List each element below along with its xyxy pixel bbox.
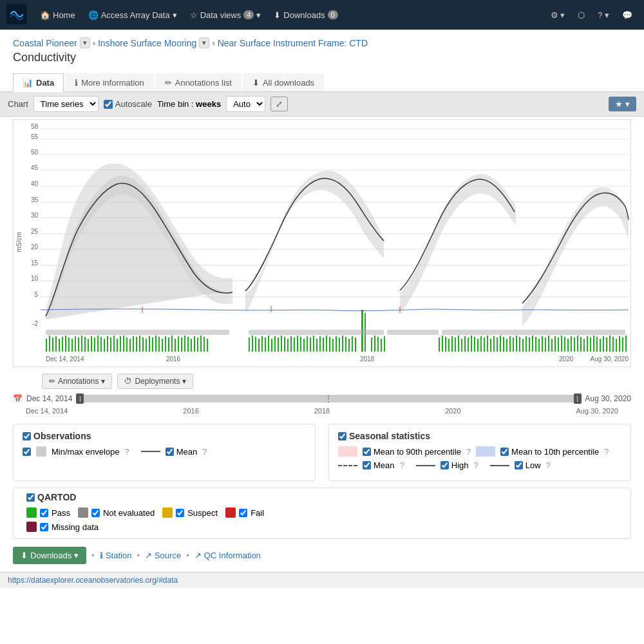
settings-nav[interactable]: ⚙ ▾: [545, 6, 571, 24]
svg-rect-60: [142, 337, 144, 352]
mean10-checkbox[interactable]: [500, 448, 509, 456]
question-icon-high[interactable]: ?: [474, 460, 478, 470]
slider-right-handle[interactable]: |: [574, 393, 582, 404]
low-checkbox-label: Low: [515, 460, 541, 470]
chart-toolbar: Chart Time series Autoscale Time bin : w…: [0, 92, 644, 117]
svg-rect-77: [197, 337, 198, 352]
date-slider-track[interactable]: | | ⋮: [76, 395, 581, 402]
mean90-checkbox[interactable]: [363, 448, 371, 456]
svg-rect-163: [571, 336, 572, 352]
question-icon-mean[interactable]: ?: [202, 447, 207, 457]
logo[interactable]: [6, 4, 27, 26]
qartod-not-eval: Not evaluated: [78, 507, 155, 518]
link-icon-qc: ↗: [194, 551, 202, 560]
expand-button[interactable]: ⤢: [270, 97, 288, 111]
not-eval-label: Not evaluated: [103, 508, 155, 518]
clock-icon: ⏱: [124, 377, 132, 386]
tab-more-info[interactable]: ℹ More information: [65, 73, 154, 91]
question-icon-low[interactable]: ?: [546, 460, 551, 470]
svg-rect-83: [255, 337, 256, 352]
svg-rect-93: [287, 339, 289, 352]
downloads-nav[interactable]: ⬇ Downloads 0: [269, 6, 343, 24]
deployments-button[interactable]: ⏱ Deployments ▾: [117, 374, 193, 389]
seasonal-checkbox[interactable]: [338, 432, 346, 440]
high-checkbox-label: High: [440, 460, 469, 470]
smean-checkbox[interactable]: [363, 461, 371, 469]
fail-checkbox[interactable]: [239, 509, 247, 517]
svg-rect-128: [458, 336, 459, 352]
star-button[interactable]: ★ ▾: [609, 97, 636, 111]
question-icon-90[interactable]: ?: [466, 447, 471, 457]
breadcrumb-part1[interactable]: Coastal Pioneer: [13, 38, 77, 48]
qartod-checkbox[interactable]: [26, 493, 35, 502]
minmax-checkbox[interactable]: [23, 448, 31, 456]
svg-rect-171: [596, 337, 598, 352]
svg-rect-175: [609, 336, 611, 352]
mean-checkbox[interactable]: [166, 448, 174, 456]
chart-type-select[interactable]: Time series: [33, 96, 99, 112]
svg-rect-81: [249, 337, 250, 352]
qc-link[interactable]: ↗ QC Information: [194, 551, 261, 560]
tab-data[interactable]: 📊 Data: [13, 73, 64, 92]
qartod-row1: Pass Not evaluated Suspect Fail: [26, 507, 618, 518]
autoscale-checkbox[interactable]: [104, 100, 113, 109]
label-mid1: 2016: [183, 407, 198, 415]
mean-checkbox-label: Mean: [166, 447, 198, 457]
feedback-nav[interactable]: 💬: [617, 6, 638, 24]
breadcrumb-part4: Conductivity: [13, 51, 76, 64]
source-link[interactable]: ↗ Source: [145, 551, 181, 560]
dl-icon: ⬇: [21, 551, 28, 560]
main-chart: 58 55 50 45 40 35 30 25 20 15 10 5 -2 mS…: [14, 120, 632, 365]
slider-middle-handle[interactable]: ⋮: [323, 393, 334, 404]
station-link[interactable]: ℹ Station: [100, 551, 131, 560]
breadcrumb-part1-dropdown[interactable]: ▾: [80, 37, 90, 48]
suspect-checkbox[interactable]: [176, 509, 184, 517]
svg-rect-113: [352, 336, 353, 352]
data-views-nav[interactable]: ☆ Data views 4 ▾: [185, 6, 267, 24]
pass-checkbox[interactable]: [40, 509, 48, 517]
help-nav[interactable]: ? ▾: [592, 6, 614, 24]
svg-rect-104: [323, 337, 324, 352]
high-checkbox[interactable]: [440, 461, 449, 469]
question-icon-minmax[interactable]: ?: [125, 447, 129, 457]
svg-rect-30: [46, 339, 47, 352]
svg-rect-95: [294, 337, 295, 352]
svg-rect-78: [200, 336, 202, 352]
tab-all-downloads[interactable]: ⬇ All downloads: [243, 73, 324, 91]
qartod-title: QARTOD: [26, 492, 618, 502]
downloads-footer-button[interactable]: ⬇ Downloads ▾: [13, 547, 86, 564]
svg-rect-66: [162, 339, 163, 352]
breadcrumb-part2-dropdown[interactable]: ▾: [199, 37, 209, 48]
question-icon-10[interactable]: ?: [604, 447, 609, 457]
svg-rect-58: [136, 337, 137, 352]
breadcrumb-part3[interactable]: Near Surface Instrument Frame: CTD: [218, 38, 368, 48]
svg-rect-133: [474, 337, 475, 352]
label-mid2: 2018: [314, 407, 330, 415]
share-nav[interactable]: ⬡: [573, 6, 590, 24]
svg-rect-92: [284, 337, 285, 352]
mean-line2: [245, 178, 384, 291]
low-checkbox[interactable]: [515, 461, 523, 469]
svg-rect-72: [181, 337, 182, 352]
question-icon-smean[interactable]: ?: [400, 460, 404, 470]
downloads-badge: 0: [328, 10, 338, 19]
annotations-button[interactable]: ✏ Annotations ▾: [42, 374, 112, 389]
timebin-select[interactable]: Auto 1 2 4: [226, 96, 265, 112]
svg-rect-152: [535, 337, 536, 352]
svg-rect-169: [590, 337, 591, 352]
observations-checkbox[interactable]: [23, 432, 31, 440]
seasonal-checkbox-label: Seasonal statistics: [338, 431, 430, 441]
svg-rect-123: [442, 336, 443, 352]
svg-rect-132: [471, 336, 472, 352]
access-array-nav[interactable]: 🌐 Access Array Data ▾: [83, 6, 182, 24]
missing-checkbox[interactable]: [40, 523, 48, 531]
tab-annotations[interactable]: ✏ Annotations list: [155, 73, 242, 91]
suspect-color: [162, 507, 173, 518]
low-label: Low: [526, 460, 541, 470]
slider-left-handle[interactable]: |: [76, 393, 84, 404]
svg-rect-103: [319, 336, 321, 352]
home-nav[interactable]: 🏠 Home: [35, 6, 80, 24]
breadcrumb-part2[interactable]: Inshore Surface Mooring: [98, 38, 196, 48]
obs-legend-row: Min/max envelope ? Mean ?: [23, 446, 306, 457]
not-eval-checkbox[interactable]: [91, 509, 100, 517]
